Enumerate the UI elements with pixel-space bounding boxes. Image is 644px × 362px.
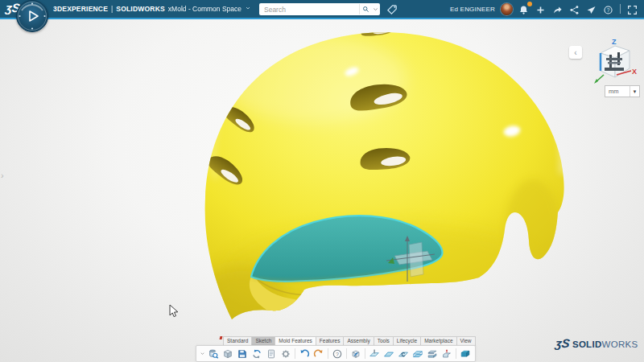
notification-badge xyxy=(527,2,532,6)
workspace-chevron-icon[interactable] xyxy=(245,5,251,13)
open-from-database-icon[interactable] xyxy=(206,347,221,360)
topbar-accent-line xyxy=(0,18,644,19)
helmet-model[interactable] xyxy=(0,0,644,362)
units-dropdown[interactable]: mm ▼ xyxy=(605,85,640,97)
units-caret-icon: ▼ xyxy=(630,86,639,97)
brand-solidworks: SOLIDWORKS xyxy=(116,5,165,13)
top-bar: ʒS 3DEXPERIENCE | SOLIDWORKS xMold - Com… xyxy=(0,0,644,18)
units-value: mm xyxy=(605,88,630,95)
search-icon[interactable] xyxy=(359,4,371,14)
toolbar-separator xyxy=(346,348,347,359)
toolbar-separator xyxy=(456,348,456,359)
search-input[interactable] xyxy=(259,6,359,14)
share-arrow-icon[interactable] xyxy=(552,4,563,14)
fullscreen-icon[interactable] xyxy=(627,4,638,14)
notifications-icon[interactable] xyxy=(518,4,529,14)
tooling-split-icon[interactable] xyxy=(425,347,440,360)
new-component-icon[interactable] xyxy=(221,347,235,360)
toolbar-overflow-icon[interactable] xyxy=(199,347,206,360)
help-icon[interactable] xyxy=(330,347,345,360)
topbar-actions xyxy=(518,4,638,14)
search-box xyxy=(259,3,380,15)
user-avatar[interactable] xyxy=(501,3,513,15)
settings-icon[interactable] xyxy=(279,347,293,360)
toolbar xyxy=(196,345,476,362)
3d-compass[interactable] xyxy=(16,0,48,32)
shut-off-surface-icon[interactable] xyxy=(396,347,411,360)
orientation-widget[interactable]: Z X xyxy=(592,37,638,87)
refresh-icon[interactable] xyxy=(250,347,264,360)
add-icon[interactable] xyxy=(535,4,546,14)
axis-z-label: Z xyxy=(612,38,617,46)
properties-icon[interactable] xyxy=(264,347,279,360)
toolbar-separator xyxy=(295,348,295,359)
toolbar-separator xyxy=(328,348,328,359)
mold-base-icon[interactable] xyxy=(458,347,473,360)
tag-icon[interactable] xyxy=(386,3,398,15)
undo-icon[interactable] xyxy=(297,347,312,360)
left-panel-expander-icon[interactable]: › xyxy=(1,171,4,180)
help-icon[interactable] xyxy=(603,4,613,14)
swym-plane-icon[interactable] xyxy=(586,4,597,14)
axis-x-label: X xyxy=(632,68,637,76)
topbar-divider xyxy=(620,4,621,14)
redo-icon[interactable] xyxy=(312,347,326,360)
ruled-surface-icon[interactable] xyxy=(411,347,425,360)
core-icon[interactable] xyxy=(440,347,454,360)
scale-shrinkage-icon[interactable] xyxy=(349,347,363,360)
share-network-icon[interactable] xyxy=(569,4,580,14)
toolbar-separator xyxy=(365,348,365,359)
user-name: Ed ENGINEER xyxy=(450,6,495,13)
workspace-label[interactable]: xMold - Common Space xyxy=(168,5,242,13)
parting-surface-icon[interactable] xyxy=(382,347,396,360)
app-title: 3DEXPERIENCE | SOLIDWORKS xMold - Common… xyxy=(53,0,251,18)
parting-line-icon[interactable] xyxy=(367,347,382,360)
brand-3dexperience: 3DEXPERIENCE xyxy=(53,5,108,13)
save-icon[interactable] xyxy=(235,347,250,360)
view-controls-collapse-button[interactable]: ‹ xyxy=(569,46,582,59)
solidworks-logo: ʒS SOLIDWORKS xyxy=(555,336,638,350)
3d-viewport[interactable]: › ‹ Z X xyxy=(0,0,644,362)
search-scope-chevron-icon[interactable] xyxy=(371,4,380,14)
play-icon xyxy=(30,11,38,21)
3ds-logo-glyph: ʒS xyxy=(555,336,571,350)
